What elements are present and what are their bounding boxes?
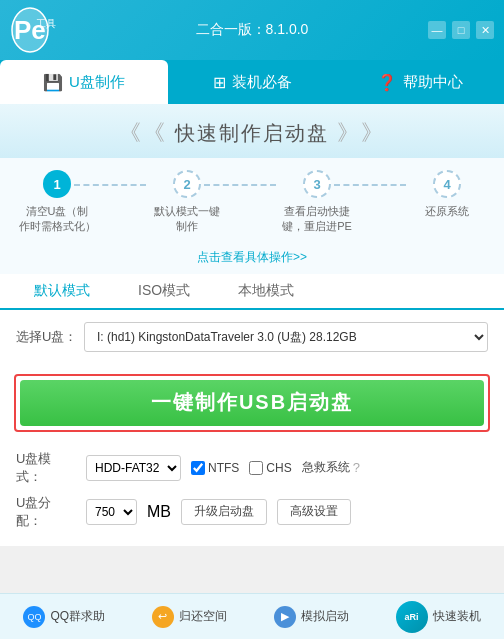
mode-tab-iso[interactable]: ISO模式 xyxy=(114,274,214,310)
step-3-circle: 3 xyxy=(303,170,331,198)
banner: 《《 快速制作启动盘 》》 xyxy=(0,104,504,158)
step-line-1 xyxy=(74,184,146,186)
restore-icon: ↩ xyxy=(152,606,174,628)
step-4-circle: 4 xyxy=(433,170,461,198)
chs-label: CHS xyxy=(266,461,291,475)
restore-label: 归还空间 xyxy=(179,608,227,625)
chevron-right-icon: 》》 xyxy=(337,118,385,148)
tab-install[interactable]: ⊞ 装机必备 xyxy=(168,60,336,104)
restore-button[interactable]: □ xyxy=(452,21,470,39)
minimize-button[interactable]: — xyxy=(428,21,446,39)
upgrade-btn[interactable]: 升级启动盘 xyxy=(181,499,267,525)
ntfs-checkbox[interactable] xyxy=(191,461,205,475)
usb-select-row: 选择U盘： I: (hd1) KingstonDataTraveler 3.0 … xyxy=(16,322,488,352)
tab-usb[interactable]: 💾 U盘制作 xyxy=(0,60,168,104)
step-2-circle: 2 xyxy=(173,170,201,198)
tab-help-label: 帮助中心 xyxy=(403,73,463,92)
mode-tab-local[interactable]: 本地模式 xyxy=(214,274,318,310)
partition-select[interactable]: 750 xyxy=(86,499,137,525)
partition-label: U盘分配： xyxy=(16,494,76,530)
chs-checkbox[interactable] xyxy=(249,461,263,475)
avatar-text: aRi xyxy=(405,612,419,622)
format-select[interactable]: HDD-FAT32 USB-HDD USB-ZIP xyxy=(86,455,181,481)
banner-title-text: 快速制作启动盘 xyxy=(175,120,329,147)
chs-checkbox-item: CHS xyxy=(249,461,291,475)
partition-unit: MB xyxy=(147,503,171,521)
usb-label: 选择U盘： xyxy=(16,328,76,346)
bottom-bar: QQ QQ群求助 ↩ 归还空间 ▶ 模拟启动 aRi 快速装机 xyxy=(0,593,504,639)
install-tab-icon: ⊞ xyxy=(213,73,226,92)
qq-label: QQ群求助 xyxy=(50,608,105,625)
tab-usb-label: U盘制作 xyxy=(69,73,125,92)
main-content: 《《 快速制作启动盘 》》 1 清空U盘（制作时需格式化） 2 默认模式一键制作… xyxy=(0,104,504,546)
usb-select[interactable]: I: (hd1) KingstonDataTraveler 3.0 (U盘) 2… xyxy=(84,322,488,352)
steps-detail-link[interactable]: 点击查看具体操作>> xyxy=(197,250,307,264)
quick-install-avatar: aRi xyxy=(396,601,428,633)
help-tab-icon: ❓ xyxy=(377,73,397,92)
bottom-restore[interactable]: ↩ 归还空间 xyxy=(152,606,227,628)
window-controls: — □ ✕ xyxy=(428,21,494,39)
mode-tab-default[interactable]: 默认模式 xyxy=(10,274,114,310)
step-4-label: 还原系统 xyxy=(425,204,469,219)
steps-link-bar: 点击查看具体操作>> xyxy=(0,243,504,274)
advanced-btn[interactable]: 高级设置 xyxy=(277,499,351,525)
partition-options-row: U盘分配： 750 MB 升级启动盘 高级设置 xyxy=(16,494,488,530)
rescue-checkbox-item: 急救系统 ? xyxy=(302,459,360,476)
banner-title: 《《 快速制作启动盘 》》 xyxy=(20,118,484,148)
step-3: 3 查看启动快捷键，重启进PE xyxy=(270,170,364,235)
step-1-label: 清空U盘（制作时需格式化） xyxy=(19,204,96,235)
nav-tabs: 💾 U盘制作 ⊞ 装机必备 ❓ 帮助中心 xyxy=(0,60,504,104)
make-usb-button[interactable]: 一键制作USB启动盘 xyxy=(20,380,484,426)
close-button[interactable]: ✕ xyxy=(476,21,494,39)
svg-text:工具: 工具 xyxy=(36,18,56,29)
quick-install-label: 快速装机 xyxy=(433,608,481,625)
step-line-3 xyxy=(334,184,406,186)
step-3-label: 查看启动快捷键，重启进PE xyxy=(282,204,352,235)
version-label: 二合一版：8.1.0.0 xyxy=(196,21,309,39)
big-btn-section: 一键制作USB启动盘 xyxy=(0,374,504,442)
qq-icon: QQ xyxy=(23,606,45,628)
bottom-simulate[interactable]: ▶ 模拟启动 xyxy=(274,606,349,628)
step-2-label: 默认模式一键制作 xyxy=(154,204,220,235)
bottom-qq[interactable]: QQ QQ群求助 xyxy=(23,606,105,628)
step-1-circle: 1 xyxy=(43,170,71,198)
rescue-help-icon[interactable]: ? xyxy=(353,460,360,475)
bottom-quick-install[interactable]: aRi 快速装机 xyxy=(396,601,481,633)
format-label: U盘模式： xyxy=(16,450,76,486)
step-1: 1 清空U盘（制作时需格式化） xyxy=(10,170,104,235)
chevron-left-icon: 《《 xyxy=(119,118,167,148)
form-area: 选择U盘： I: (hd1) KingstonDataTraveler 3.0 … xyxy=(0,310,504,374)
step-line-2 xyxy=(204,184,276,186)
big-btn-border: 一键制作USB启动盘 xyxy=(14,374,490,432)
mode-tabs: 默认模式 ISO模式 本地模式 xyxy=(0,274,504,310)
step-2: 2 默认模式一键制作 xyxy=(140,170,234,235)
title-bar: Pe 工具 二合一版：8.1.0.0 — □ ✕ xyxy=(0,0,504,60)
ntfs-label: NTFS xyxy=(208,461,239,475)
options-area: U盘模式： HDD-FAT32 USB-HDD USB-ZIP NTFS CHS… xyxy=(0,442,504,546)
rescue-label: 急救系统 xyxy=(302,459,350,476)
simulate-label: 模拟启动 xyxy=(301,608,349,625)
simulate-icon: ▶ xyxy=(274,606,296,628)
usb-tab-icon: 💾 xyxy=(43,73,63,92)
logo: Pe 工具 xyxy=(10,5,65,55)
tab-install-label: 装机必备 xyxy=(232,73,292,92)
tab-help[interactable]: ❓ 帮助中心 xyxy=(336,60,504,104)
step-4: 4 还原系统 xyxy=(400,170,494,219)
format-options-row: U盘模式： HDD-FAT32 USB-HDD USB-ZIP NTFS CHS… xyxy=(16,450,488,486)
steps-container: 1 清空U盘（制作时需格式化） 2 默认模式一键制作 3 查看启动快捷键，重启进… xyxy=(0,158,504,243)
ntfs-checkbox-item: NTFS xyxy=(191,461,239,475)
